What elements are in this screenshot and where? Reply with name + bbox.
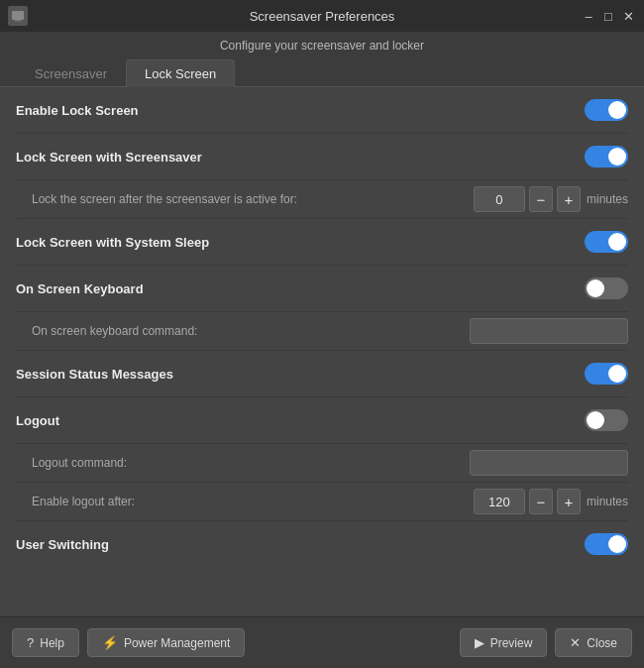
lock-minutes-control: − + minutes bbox=[474, 186, 628, 212]
logout-minutes-input[interactable] bbox=[474, 489, 525, 514]
toggle-knob bbox=[608, 365, 626, 383]
power-label: Power Management bbox=[124, 636, 230, 650]
session-status-toggle[interactable] bbox=[585, 363, 628, 385]
logout-minutes-unit: minutes bbox=[587, 495, 628, 508]
lock-minutes-input[interactable] bbox=[474, 186, 525, 212]
power-management-button[interactable]: ⚡ Power Management bbox=[87, 628, 245, 657]
session-status-label: Session Status Messages bbox=[16, 367, 173, 382]
logout-after-row: Enable logout after: − + minutes bbox=[16, 483, 628, 521]
logout-command-label: Logout command: bbox=[32, 456, 127, 470]
close-button[interactable]: ✕ Close bbox=[555, 628, 632, 657]
lock-screensaver-toggle[interactable] bbox=[585, 146, 628, 167]
preview-label: Preview bbox=[490, 636, 533, 650]
logout-minutes-increment[interactable]: + bbox=[557, 489, 581, 514]
lock-after-label: Lock the screen after the screensaver is… bbox=[32, 192, 297, 206]
subtitle-text: Configure your screensaver and locker bbox=[220, 39, 424, 53]
user-switching-label: User Switching bbox=[16, 537, 109, 552]
lock-sleep-toggle[interactable] bbox=[585, 231, 628, 253]
window-title: Screensaver Preferences bbox=[250, 9, 395, 24]
tab-lockscreen[interactable]: Lock Screen bbox=[126, 59, 235, 87]
logout-row: Logout bbox=[16, 397, 628, 444]
logout-command-input[interactable] bbox=[470, 450, 628, 476]
help-button[interactable]: ? Help bbox=[12, 628, 79, 657]
app-icon bbox=[8, 6, 28, 26]
lock-minutes-unit: minutes bbox=[587, 192, 628, 206]
help-icon: ? bbox=[27, 635, 34, 650]
user-switching-row: User Switching bbox=[16, 521, 628, 567]
lock-sleep-row: Lock Screen with System Sleep bbox=[16, 219, 628, 266]
settings-section: Enable Lock Screen Lock Screen with Scre… bbox=[0, 87, 644, 567]
titlebar-center: Screensaver Preferences bbox=[250, 7, 395, 25]
power-icon: ⚡ bbox=[102, 635, 118, 650]
enable-lock-screen-label: Enable Lock Screen bbox=[16, 103, 139, 118]
logout-label: Logout bbox=[16, 413, 59, 428]
user-switching-toggle[interactable] bbox=[585, 533, 628, 555]
osk-toggle[interactable] bbox=[585, 278, 628, 299]
lock-minutes-decrement[interactable]: − bbox=[529, 186, 553, 212]
logout-toggle[interactable] bbox=[585, 409, 628, 431]
subtitle-bar: Configure your screensaver and locker bbox=[0, 32, 644, 59]
lock-sleep-label: Lock Screen with System Sleep bbox=[16, 235, 209, 250]
svg-rect-0 bbox=[12, 11, 24, 20]
toggle-knob bbox=[587, 411, 604, 429]
lock-after-minutes-row: Lock the screen after the screensaver is… bbox=[16, 180, 628, 219]
enable-lock-screen-row: Enable Lock Screen bbox=[16, 87, 628, 134]
tabs-bar: Screensaver Lock Screen bbox=[0, 59, 644, 87]
preview-button[interactable]: ▶ Preview bbox=[460, 628, 548, 657]
osk-command-input[interactable] bbox=[470, 318, 628, 344]
bottom-bar: ? Help ⚡ Power Management ▶ Preview ✕ Cl… bbox=[0, 616, 644, 668]
osk-row: On Screen Keyboard bbox=[16, 266, 628, 312]
preview-icon: ▶ bbox=[475, 635, 484, 650]
window-controls: – □ ✕ bbox=[581, 8, 636, 24]
tab-screensaver[interactable]: Screensaver bbox=[16, 59, 126, 87]
main-content: Enable Lock Screen Lock Screen with Scre… bbox=[0, 87, 644, 616]
minimize-button[interactable]: – bbox=[581, 8, 596, 24]
toggle-knob bbox=[608, 101, 626, 119]
osk-label: On Screen Keyboard bbox=[16, 281, 144, 296]
logout-command-row: Logout command: bbox=[16, 444, 628, 483]
close-window-button[interactable]: ✕ bbox=[620, 8, 636, 24]
svg-rect-2 bbox=[14, 21, 22, 22]
lock-screensaver-row: Lock Screen with Screensaver bbox=[16, 134, 628, 180]
enable-lock-screen-toggle[interactable] bbox=[585, 99, 628, 121]
logout-minutes-decrement[interactable]: − bbox=[529, 489, 553, 514]
osk-command-label: On screen keyboard command: bbox=[32, 324, 197, 338]
logout-minutes-control: − + minutes bbox=[474, 489, 628, 514]
lock-minutes-increment[interactable]: + bbox=[557, 186, 581, 212]
maximize-button[interactable]: □ bbox=[600, 8, 616, 24]
bottom-right: ▶ Preview ✕ Close bbox=[460, 628, 632, 657]
close-icon: ✕ bbox=[570, 635, 581, 650]
toggle-knob bbox=[608, 535, 626, 553]
bottom-left: ? Help ⚡ Power Management bbox=[12, 628, 245, 657]
osk-command-row: On screen keyboard command: bbox=[16, 312, 628, 351]
toggle-knob bbox=[608, 233, 626, 251]
lock-screensaver-label: Lock Screen with Screensaver bbox=[16, 150, 202, 165]
toggle-knob bbox=[587, 279, 604, 297]
toggle-knob bbox=[608, 148, 626, 166]
help-label: Help bbox=[40, 636, 64, 650]
close-label: Close bbox=[587, 636, 617, 650]
titlebar-left bbox=[8, 6, 28, 26]
session-status-row: Session Status Messages bbox=[16, 351, 628, 397]
titlebar: Screensaver Preferences – □ ✕ bbox=[0, 0, 644, 32]
logout-after-label: Enable logout after: bbox=[32, 495, 135, 508]
